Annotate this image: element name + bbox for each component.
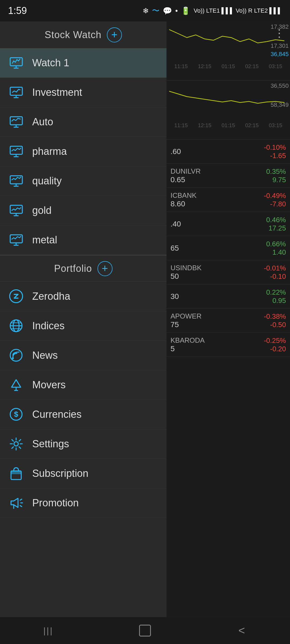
sidebar-item-currencies[interactable]: $ Currencies xyxy=(0,400,166,429)
stock-right-5: -0.01% -0.10 xyxy=(264,264,286,281)
movers-label: Movers xyxy=(32,379,66,391)
stock-name-7: APOWER xyxy=(171,312,202,320)
stock-price-4: 65 xyxy=(171,244,179,253)
stock-right-8: -0.25% -0.20 xyxy=(264,336,286,353)
sidebar-item-movers[interactable]: Movers xyxy=(0,370,166,400)
chart2-time-axis: 11:15 12:15 01:15 02:15 03:15 xyxy=(169,122,287,129)
chart2-time-3: 02:15 xyxy=(245,122,259,129)
chart1-time-3: 02:15 xyxy=(245,63,259,69)
svg-point-27 xyxy=(10,349,22,361)
promotion-label: Promotion xyxy=(32,497,79,509)
sidebar-item-metal[interactable]: metal xyxy=(0,225,166,255)
chart-section-1: 17,382 17,301 36,845 11:15 12:15 01:15 0… xyxy=(166,21,290,80)
pharma-label: pharma xyxy=(32,146,67,157)
sidebar-item-quality[interactable]: quality xyxy=(0,166,166,196)
stock-val-0: -1.65 xyxy=(270,152,286,160)
watch1-label: Watch 1 xyxy=(32,57,69,69)
svg-line-39 xyxy=(20,506,22,507)
sidebar-item-watch1[interactable]: Watch 1 xyxy=(0,48,166,78)
chart1-labels: 17,382 17,301 36,845 xyxy=(271,23,289,58)
status-icons: ❄ 〜 💬 • 🔋 Vo)) LTE1 ▌▌▌ Vo)) R LTE2 ▌▌▌ xyxy=(143,6,282,16)
recent-apps-icon: ||| xyxy=(44,626,53,636)
stock-item-4[interactable]: 65 0.66% 1.40 xyxy=(166,236,290,260)
stock-left-1: DUNILVR 0.65 xyxy=(171,167,201,184)
stock-price-1: 0.65 xyxy=(171,175,201,184)
chart1-time-4: 03:15 xyxy=(269,63,282,69)
home-button[interactable] xyxy=(129,623,161,639)
stock-name-5: USINDBK xyxy=(171,264,202,272)
stock-item-2[interactable]: ICBANK 8.60 -0.49% -7.80 xyxy=(166,188,290,212)
pharma-icon xyxy=(8,144,24,160)
stock-left-0: .60 xyxy=(171,147,181,156)
stock-right-2: -0.49% -7.80 xyxy=(264,192,286,208)
news-label: News xyxy=(32,350,58,361)
sidebar-item-auto[interactable]: Auto xyxy=(0,107,166,137)
stock-name-8: KBARODA xyxy=(171,336,205,345)
back-icon: < xyxy=(238,624,245,637)
rss-icon xyxy=(8,347,24,364)
currencies-label: Currencies xyxy=(32,409,82,420)
stock-name-2: ICBANK xyxy=(171,191,197,200)
stock-pct-5: -0.01% xyxy=(264,264,286,272)
stock-val-3: 17.25 xyxy=(269,224,286,232)
sidebar-item-promotion[interactable]: Promotion xyxy=(0,488,166,518)
quality-icon xyxy=(8,173,24,189)
chart1-time-0: 11:15 xyxy=(174,63,188,69)
svg-rect-0 xyxy=(10,58,22,66)
stock-val-8: -0.20 xyxy=(270,345,286,353)
metal-label: metal xyxy=(32,234,57,246)
stock-item-7[interactable]: APOWER 75 -0.38% -0.50 xyxy=(166,309,290,333)
home-icon xyxy=(139,625,151,636)
sidebar-item-zerodha[interactable]: Zerodha xyxy=(0,282,166,311)
sidebar-item-pharma[interactable]: pharma xyxy=(0,137,166,166)
wave-icon: 〜 xyxy=(152,6,160,16)
back-button[interactable]: < xyxy=(226,623,258,639)
stock-item-5[interactable]: USINDBK 50 -0.01% -0.10 xyxy=(166,260,290,284)
stock-item-6[interactable]: 30 0.22% 0.95 xyxy=(166,284,290,309)
svg-point-34 xyxy=(14,442,18,446)
metal-icon xyxy=(8,232,24,248)
gear-icon xyxy=(8,436,24,452)
stock-item-3[interactable]: .40 0.46% 17.25 xyxy=(166,212,290,236)
recent-apps-button[interactable]: ||| xyxy=(32,623,64,639)
main-content: Stock Watch + Watch 1 xyxy=(0,21,290,617)
stock-left-7: APOWER 75 xyxy=(171,312,202,329)
chart2-time-2: 01:15 xyxy=(222,122,235,129)
chart1-svg xyxy=(169,24,287,62)
stock-name-1: DUNILVR xyxy=(171,167,201,175)
add-portfolio-button[interactable]: + xyxy=(97,261,113,276)
sidebar-item-investment[interactable]: Investment xyxy=(0,78,166,107)
stock-item-8[interactable]: KBARODA 5 -0.25% -0.20 xyxy=(166,333,290,357)
stock-watch-title: Stock Watch xyxy=(45,29,102,41)
movers-icon xyxy=(8,377,24,393)
chart2-labels: 36,550 58,349 xyxy=(271,82,289,109)
stock-right-7: -0.38% -0.50 xyxy=(264,312,286,329)
stock-right-6: 0.22% 0.95 xyxy=(266,288,286,305)
sidebar-item-indices[interactable]: Indices xyxy=(0,311,166,341)
portfolio-header: Portfolio + xyxy=(0,255,166,282)
stock-item-1[interactable]: DUNILVR 0.65 0.35% 9.75 xyxy=(166,164,290,188)
sidebar-item-gold[interactable]: gold xyxy=(0,196,166,225)
stock-val-7: -0.50 xyxy=(270,321,286,329)
stock-pct-0: -0.10% xyxy=(264,143,286,152)
signal-icons: Vo)) LTE1 ▌▌▌ Vo)) R LTE2 ▌▌▌ xyxy=(194,7,282,14)
sidebar-item-subscription[interactable]: Subscription xyxy=(0,459,166,488)
drawer: Stock Watch + Watch 1 xyxy=(0,21,166,617)
chart2-high: 36,550 xyxy=(271,82,289,90)
stock-price-7: 75 xyxy=(171,320,202,329)
dot-icon: • xyxy=(175,6,178,15)
stock-left-5: USINDBK 50 xyxy=(171,264,202,281)
chart1-low: 17,301 xyxy=(271,42,289,50)
stock-price-5: 50 xyxy=(171,272,202,281)
stock-val-5: -0.10 xyxy=(270,272,286,281)
stock-val-4: 1.40 xyxy=(272,248,286,257)
chat-icon: 💬 xyxy=(163,6,172,15)
gold-icon xyxy=(8,203,24,219)
sidebar-item-settings[interactable]: Settings xyxy=(0,429,166,459)
add-watch-button[interactable]: + xyxy=(107,27,122,42)
stock-pct-3: 0.46% xyxy=(266,216,286,224)
investment-label: Investment xyxy=(32,87,82,98)
bag-icon xyxy=(8,466,24,482)
stock-item-0[interactable]: .60 -0.10% -1.65 xyxy=(166,140,290,164)
sidebar-item-news[interactable]: News xyxy=(0,341,166,370)
